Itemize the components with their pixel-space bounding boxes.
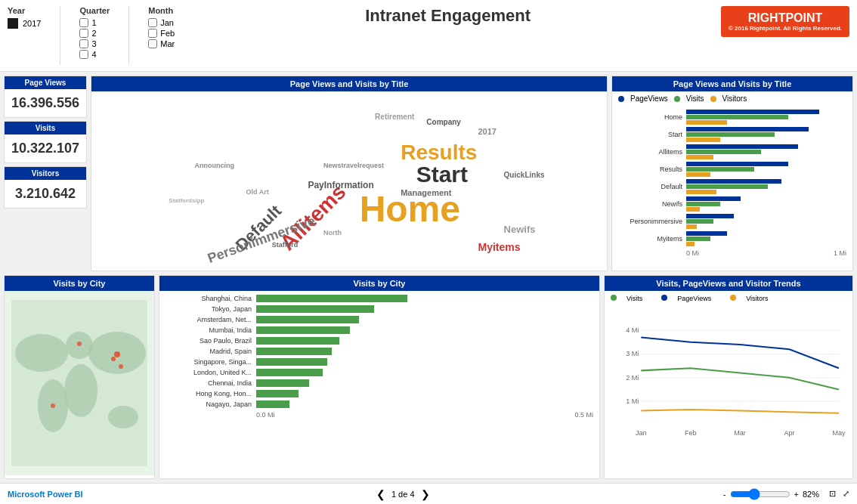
bar-chart-row: Home bbox=[618, 110, 846, 125]
logo-area: RIGHTPOINT © 2016 Rightpoint. All Rights… bbox=[721, 6, 849, 37]
quarter-1-checkbox[interactable] bbox=[79, 18, 88, 27]
filter-bar: Year 2017 Quarter 1 2 3 4 Month Jan Feb … bbox=[0, 0, 857, 72]
city-bar-row: Singapore, Singa... bbox=[166, 358, 593, 366]
trend-svg: 4 Mi3 Mi2 Mi1 MiJanFebMarAprMay bbox=[611, 306, 846, 453]
quarter-item-2[interactable]: 2 bbox=[79, 29, 110, 38]
bar-label: Myitems bbox=[618, 235, 686, 243]
city-bar bbox=[256, 326, 350, 334]
full-screen-button[interactable]: ⤢ bbox=[843, 489, 849, 499]
pageviews-box: Page Views 16.396.556 bbox=[4, 76, 87, 118]
city-bar bbox=[256, 295, 407, 302]
bar-chart-row: Personimmersive bbox=[618, 214, 846, 229]
bar-chart-row: Allitems bbox=[618, 144, 846, 159]
svg-point-7 bbox=[114, 351, 120, 357]
city-bar-row: Hong Kong, Hon... bbox=[166, 390, 593, 397]
word-cloud-word: Statfordsipp bbox=[169, 197, 204, 204]
bar-group bbox=[686, 231, 846, 246]
legend-label: Visitors bbox=[722, 94, 747, 103]
city-bar-row: Shanghai, China bbox=[166, 295, 593, 302]
city-chart-panel: Visits by City Shanghai, China Tokyo, Ja… bbox=[159, 275, 600, 479]
zoom-slider[interactable] bbox=[730, 488, 790, 500]
trend-legend-dot bbox=[611, 295, 617, 301]
year-value: 2017 bbox=[23, 19, 41, 28]
year-label: Year bbox=[8, 6, 41, 15]
city-bar-row: Amsterdam, Net... bbox=[166, 316, 593, 323]
pageviews-bar bbox=[686, 214, 734, 218]
quarter-4-checkbox[interactable] bbox=[79, 50, 88, 59]
pageviews-bar bbox=[686, 231, 727, 236]
bar-chart-row: Default bbox=[618, 179, 846, 194]
bar-chart-legend: PageViewsVisitsVisitors bbox=[612, 91, 852, 106]
bar-group bbox=[686, 196, 846, 212]
month-item-feb[interactable]: Feb bbox=[148, 29, 175, 38]
quarter-item-1[interactable]: 1 bbox=[79, 18, 110, 27]
month-item-jan[interactable]: Jan bbox=[148, 18, 175, 27]
visitors-label: Visitors bbox=[5, 167, 86, 180]
city-axis: 0.0 Mi0.5 Mi bbox=[166, 411, 593, 419]
word-cloud-word: Management bbox=[401, 188, 451, 197]
year-item-2017[interactable]: 2017 bbox=[8, 18, 41, 29]
month-jan-checkbox[interactable] bbox=[148, 18, 157, 27]
word-cloud-panel: Page Views and Visits by Title HomeStart… bbox=[91, 76, 608, 271]
filter-divider-1 bbox=[60, 6, 60, 65]
footer: Microsoft Power BI ❮ 1 de 4 ❯ - + 82% ⊡ … bbox=[0, 483, 857, 504]
visits-bar bbox=[686, 219, 713, 224]
zoom-plus[interactable]: + bbox=[794, 490, 799, 499]
page-title: Intranet Engagement bbox=[365, 6, 531, 26]
bar-chart-container: Home Start Allitems Results Default bbox=[612, 106, 852, 258]
bar-label: Allitems bbox=[618, 148, 686, 156]
city-label: Shanghai, China bbox=[166, 295, 256, 302]
svg-text:Mar: Mar bbox=[734, 429, 746, 437]
svg-text:May: May bbox=[832, 429, 846, 437]
quarter-item-4[interactable]: 4 bbox=[79, 50, 110, 59]
pageviews-bar bbox=[686, 127, 809, 131]
city-axis-05: 0.5 Mi bbox=[574, 411, 593, 419]
city-bar bbox=[256, 390, 299, 397]
city-label: Tokyo, Japan bbox=[166, 305, 256, 313]
word-cloud-word: Stafford bbox=[272, 241, 299, 249]
quarter-2-checkbox[interactable] bbox=[79, 29, 88, 38]
svg-text:Jan: Jan bbox=[636, 429, 647, 437]
legend-dot bbox=[618, 96, 624, 102]
prev-page-button[interactable]: ❮ bbox=[376, 488, 385, 500]
month-label: Month bbox=[148, 6, 175, 15]
main-container: Year 2017 Quarter 1 2 3 4 Month Jan Feb … bbox=[0, 0, 857, 504]
month-item-mar[interactable]: Mar bbox=[148, 39, 175, 48]
quarter-3-checkbox[interactable] bbox=[79, 39, 88, 48]
word-cloud-word: Results bbox=[401, 141, 477, 165]
bar-group bbox=[686, 162, 846, 177]
month-mar-checkbox[interactable] bbox=[148, 39, 157, 48]
axis-1mi: 1 Mi bbox=[834, 249, 846, 257]
bar-group bbox=[686, 214, 846, 229]
svg-text:Apr: Apr bbox=[784, 429, 794, 437]
city-label: Sao Paulo, Brazil bbox=[166, 337, 256, 345]
pageviews-bar bbox=[686, 196, 741, 201]
pageviews-bar bbox=[686, 162, 788, 166]
map-header: Visits by City bbox=[5, 276, 154, 291]
city-bar-row: Tokyo, Japan bbox=[166, 305, 593, 313]
next-page-button[interactable]: ❯ bbox=[421, 488, 430, 500]
city-axis-0: 0.0 Mi bbox=[256, 411, 275, 419]
city-bar-row: Madrid, Spain bbox=[166, 348, 593, 355]
bar-group bbox=[686, 127, 846, 142]
footer-zoom: - + 82% ⊡ ⤢ bbox=[723, 488, 849, 500]
month-feb-checkbox[interactable] bbox=[148, 29, 157, 38]
fit-page-button[interactable]: ⊡ bbox=[829, 489, 836, 499]
svg-point-9 bbox=[77, 342, 82, 346]
zoom-value: 82% bbox=[803, 490, 819, 499]
quarter-label: Quarter bbox=[79, 6, 110, 15]
bar-axis: 0 Mi1 Mi bbox=[618, 249, 846, 257]
bar-chart-row: Results bbox=[618, 162, 846, 177]
svg-point-1 bbox=[15, 334, 68, 372]
svg-text:2 Mi: 2 Mi bbox=[626, 374, 639, 382]
city-chart-header: Visits by City bbox=[159, 276, 599, 291]
month-filter: Month Jan Feb Mar bbox=[148, 6, 175, 50]
pageviews-bar bbox=[686, 179, 781, 184]
year-filter: Year 2017 bbox=[8, 6, 41, 30]
word-cloud-word: Old Art bbox=[246, 188, 269, 196]
footer-brand[interactable]: Microsoft Power BI bbox=[8, 490, 83, 499]
zoom-minus[interactable]: - bbox=[723, 490, 726, 499]
quarter-item-3[interactable]: 3 bbox=[79, 39, 110, 48]
svg-point-11 bbox=[119, 364, 123, 369]
trend-legend-dot bbox=[661, 295, 667, 301]
